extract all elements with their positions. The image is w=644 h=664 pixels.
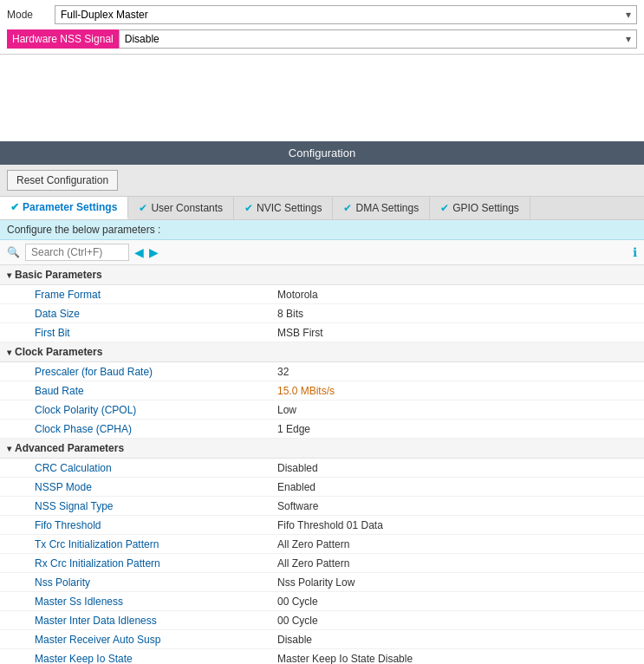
- param-value-master-keep-io: Master Keep Io State Disable: [277, 653, 637, 665]
- reset-button[interactable]: Reset Configuration: [7, 170, 118, 191]
- param-name-master-keep-io: Master Keep Io State: [35, 653, 277, 665]
- param-value-prescaler: 32: [277, 366, 637, 378]
- param-row-nssp-mode: NSSP Mode Enabled: [0, 478, 644, 497]
- mode-select[interactable]: Full-Duplex Master ▾: [55, 5, 637, 24]
- param-value-baud-rate: 15.0 MBits/s: [277, 385, 637, 397]
- configure-text: Configure the below parameters :: [7, 224, 160, 236]
- param-value-first-bit: MSB First: [277, 327, 637, 339]
- chevron-basic: ▾: [7, 270, 11, 280]
- param-name-fifo-threshold: Fifo Threshold: [35, 519, 277, 531]
- tab-check-icon-4: ✔: [440, 202, 449, 214]
- nss-dropdown-arrow: ▾: [626, 33, 631, 45]
- param-value-fifo-threshold: Fifo Threshold 01 Data: [277, 519, 637, 531]
- nav-next-icon[interactable]: ▶: [149, 245, 159, 259]
- nss-row: Hardware NSS Signal Disable ▾: [7, 29, 637, 49]
- info-icon[interactable]: ℹ: [633, 245, 637, 259]
- param-name-data-size: Data Size: [35, 308, 277, 320]
- param-value-nss-polarity: Nss Polarity Low: [277, 576, 637, 589]
- tab-label-1: User Constants: [151, 202, 223, 214]
- param-value-cpha: 1 Edge: [277, 423, 637, 435]
- tab-gpio-settings[interactable]: ✔ GPIO Settings: [430, 197, 530, 219]
- param-row-data-size: Data Size 8 Bits: [0, 304, 644, 323]
- param-row-master-receiver-auto: Master Receiver Auto Susp Disable: [0, 630, 644, 649]
- top-section: Mode Full-Duplex Master ▾ Hardware NSS S…: [0, 0, 644, 55]
- tab-parameter-settings[interactable]: ✔ Parameter Settings: [0, 197, 128, 219]
- param-name-baud-rate: Baud Rate: [35, 385, 277, 397]
- param-name-tx-crc: Tx Crc Initialization Pattern: [35, 538, 277, 550]
- param-value-cpol: Low: [277, 404, 637, 416]
- param-name-rx-crc: Rx Crc Initialization Pattern: [35, 557, 277, 570]
- param-name-prescaler: Prescaler (for Baud Rate): [35, 366, 277, 378]
- section-header-clock[interactable]: ▾ Clock Parameters: [0, 342, 644, 362]
- param-value-master-ss-idleness: 00 Cycle: [277, 596, 637, 608]
- tab-check-icon-2: ✔: [244, 202, 253, 214]
- param-row-tx-crc: Tx Crc Initialization Pattern All Zero P…: [0, 535, 644, 554]
- param-name-nss-signal-type: NSS Signal Type: [35, 500, 277, 512]
- param-name-crc-calc: CRC Calculation: [35, 462, 277, 474]
- tabs-bar: ✔ Parameter Settings ✔ User Constants ✔ …: [0, 197, 644, 220]
- nav-prev-icon[interactable]: ◀: [134, 245, 144, 259]
- param-row-first-bit: First Bit MSB First: [0, 323, 644, 342]
- spacer: [0, 55, 644, 141]
- section-label-advanced: Advanced Parameters: [15, 442, 124, 454]
- param-value-master-inter-data: 00 Cycle: [277, 615, 637, 627]
- tab-check-icon-1: ✔: [139, 202, 147, 214]
- param-value-frame-format: Motorola: [277, 289, 637, 301]
- param-name-first-bit: First Bit: [35, 327, 277, 339]
- tab-dma-settings[interactable]: ✔ DMA Settings: [333, 197, 430, 219]
- param-value-rx-crc: All Zero Pattern: [277, 557, 637, 570]
- param-value-master-receiver-auto: Disable: [277, 634, 637, 646]
- param-value-data-size: 8 Bits: [277, 308, 637, 320]
- section-header-basic[interactable]: ▾ Basic Parameters: [0, 265, 644, 285]
- param-row-frame-format: Frame Format Motorola: [0, 285, 644, 304]
- param-row-master-keep-io: Master Keep Io State Master Keep Io Stat…: [0, 649, 644, 664]
- param-row-cpol: Clock Polarity (CPOL) Low: [0, 400, 644, 420]
- search-input[interactable]: [25, 244, 129, 261]
- reset-bar: Reset Configuration: [0, 165, 644, 197]
- search-bar: 🔍 ◀ ▶ ℹ: [0, 240, 644, 265]
- tab-check-icon-3: ✔: [343, 202, 352, 214]
- param-value-nss-signal-type: Software: [277, 500, 637, 512]
- params-container: ▾ Basic Parameters Frame Format Motorola…: [0, 265, 644, 664]
- param-row-master-ss-idleness: Master Ss Idleness 00 Cycle: [0, 592, 644, 611]
- configure-bar: Configure the below parameters :: [0, 220, 644, 240]
- param-row-nss-signal-type: NSS Signal Type Software: [0, 497, 644, 516]
- param-name-master-ss-idleness: Master Ss Idleness: [35, 596, 277, 608]
- nss-select[interactable]: Disable ▾: [119, 29, 637, 49]
- mode-value: Full-Duplex Master: [61, 9, 148, 21]
- mode-dropdown-arrow: ▾: [626, 9, 631, 21]
- param-row-nss-polarity: Nss Polarity Nss Polarity Low: [0, 573, 644, 592]
- section-label-basic: Basic Parameters: [15, 269, 102, 281]
- param-value-tx-crc: All Zero Pattern: [277, 538, 637, 550]
- nss-value: Disable: [125, 33, 159, 45]
- tab-user-constants[interactable]: ✔ User Constants: [128, 197, 234, 219]
- param-name-cpol: Clock Polarity (CPOL): [35, 404, 277, 416]
- param-name-nssp-mode: NSSP Mode: [35, 481, 277, 493]
- section-label-clock: Clock Parameters: [15, 346, 102, 358]
- tab-label-0: Parameter Settings: [23, 201, 117, 213]
- mode-row: Mode Full-Duplex Master ▾: [7, 5, 637, 24]
- param-name-master-receiver-auto: Master Receiver Auto Susp: [35, 634, 277, 646]
- tab-nvic-settings[interactable]: ✔ NVIC Settings: [234, 197, 333, 219]
- config-header: Configuration: [0, 141, 644, 165]
- param-row-baud-rate: Baud Rate 15.0 MBits/s: [0, 381, 644, 400]
- param-value-crc-calc: Disabled: [277, 462, 637, 474]
- config-header-text: Configuration: [289, 146, 355, 159]
- param-row-master-inter-data: Master Inter Data Idleness 00 Cycle: [0, 611, 644, 630]
- tab-label-3: DMA Settings: [355, 202, 419, 214]
- param-value-nssp-mode: Enabled: [277, 481, 637, 493]
- chevron-clock: ▾: [7, 348, 11, 357]
- tab-label-4: GPIO Settings: [452, 202, 519, 214]
- param-row-prescaler: Prescaler (for Baud Rate) 32: [0, 362, 644, 381]
- param-row-cpha: Clock Phase (CPHA) 1 Edge: [0, 420, 644, 439]
- param-row-rx-crc: Rx Crc Initialization Pattern All Zero P…: [0, 554, 644, 573]
- section-header-advanced[interactable]: ▾ Advanced Parameters: [0, 439, 644, 459]
- param-name-frame-format: Frame Format: [35, 289, 277, 301]
- nss-label: Hardware NSS Signal: [7, 29, 119, 49]
- param-row-crc-calc: CRC Calculation Disabled: [0, 459, 644, 478]
- param-row-fifo-threshold: Fifo Threshold Fifo Threshold 01 Data: [0, 516, 644, 535]
- param-name-master-inter-data: Master Inter Data Idleness: [35, 615, 277, 627]
- search-icon: 🔍: [7, 246, 20, 258]
- chevron-advanced: ▾: [7, 444, 11, 453]
- param-name-nss-polarity: Nss Polarity: [35, 576, 277, 589]
